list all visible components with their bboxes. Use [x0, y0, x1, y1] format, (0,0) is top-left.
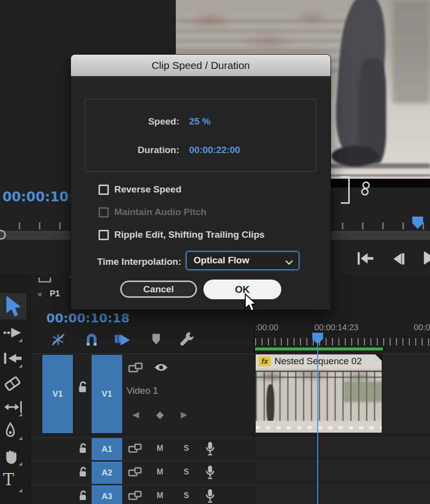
clip-extend-arrow-icon	[375, 354, 382, 361]
razor-tool[interactable]	[3, 374, 25, 394]
cancel-button[interactable]: Cancel	[120, 281, 197, 298]
ruler-label-start: :00:00	[255, 323, 278, 333]
sync-lock-toggle[interactable]	[128, 490, 143, 503]
time-interpolation-select[interactable]: Optical Flow	[186, 251, 299, 270]
timeline-ruler[interactable]	[255, 338, 430, 346]
sync-lock-icon	[128, 490, 142, 501]
track-lock-icon[interactable]	[78, 442, 93, 455]
mute-button[interactable]: M	[157, 468, 163, 476]
speed-value[interactable]: 25 %	[189, 116, 210, 127]
hand-tool[interactable]	[3, 447, 25, 467]
marker-icon	[151, 333, 162, 346]
play-button[interactable]	[422, 250, 430, 267]
track-target-a2[interactable]: A2	[92, 462, 122, 484]
speed-duration-group	[85, 99, 316, 172]
thumbnail-crosswalk	[256, 426, 382, 429]
unlocked-padlock-icon	[78, 442, 88, 455]
sync-lock-toggle[interactable]	[128, 443, 143, 456]
sync-lock-icon-fragment	[38, 278, 51, 281]
tool-flyout-corner	[19, 437, 22, 440]
track-target-a1[interactable]: A1	[92, 438, 122, 460]
play-icon	[422, 250, 430, 266]
mute-button[interactable]: M	[157, 444, 163, 453]
reverse-speed-label: Reverse Speed	[114, 184, 181, 195]
source-patch-v1[interactable]: V1	[42, 355, 73, 433]
duration-value[interactable]: 00:00:22:00	[189, 145, 240, 156]
duration-row: Duration: 00:00:22:00	[71, 145, 331, 157]
track-lock-icon[interactable]	[78, 466, 93, 479]
go-to-in-icon	[357, 250, 374, 267]
ruler-label-mid: 00:00:14:23	[314, 323, 359, 333]
tool-flyout-corner	[19, 413, 22, 416]
clip-nested-sequence[interactable]: fx Nested Sequence 02	[255, 354, 382, 433]
duration-label: Duration:	[138, 145, 179, 156]
track-target-v1[interactable]: V1	[92, 355, 122, 433]
timeline-playhead-line[interactable]	[317, 334, 318, 504]
step-back-icon	[390, 252, 407, 266]
tool-flyout-corner	[19, 364, 22, 368]
magnet-icon	[84, 332, 99, 347]
voiceover-record-button[interactable]	[205, 441, 220, 454]
timeline-settings-button[interactable]	[178, 331, 194, 346]
fx-badge[interactable]: fx	[259, 356, 271, 366]
step-back-button[interactable]	[390, 252, 408, 268]
add-keyframe-icon[interactable]: ◆	[156, 409, 164, 420]
sequence-tab[interactable]: P1	[50, 289, 60, 299]
snap-toggle-button[interactable]	[84, 332, 99, 347]
gang-bracket	[341, 176, 350, 204]
maintain-audio-pitch-checkbox	[99, 207, 109, 218]
solo-button[interactable]: S	[184, 444, 189, 453]
nest-source-toggle-button[interactable]	[50, 332, 66, 347]
track-lock-icon[interactable]	[77, 380, 92, 393]
mute-button[interactable]: M	[157, 491, 163, 500]
timeline-timecode[interactable]: 00:00:10:18	[46, 311, 130, 325]
unlocked-padlock-icon	[77, 380, 89, 394]
solo-button[interactable]: S	[184, 468, 189, 476]
add-marker-button[interactable]	[151, 333, 166, 347]
selection-tool-icon	[3, 295, 24, 317]
type-tool-icon: T	[3, 470, 14, 489]
track-a3-content-area	[255, 485, 430, 504]
razor-icon	[3, 374, 22, 393]
hand-icon	[3, 447, 20, 465]
selection-tool[interactable]	[3, 295, 25, 315]
slip-tool[interactable]	[3, 400, 25, 420]
ripple-edit-tool[interactable]	[3, 351, 25, 371]
track-target-a3[interactable]: A3	[92, 485, 122, 504]
speed-row: Speed: 25 %	[71, 116, 331, 128]
panel-close-icon[interactable]: ×	[37, 290, 42, 300]
eye-icon	[154, 362, 168, 373]
track-select-forward-tool[interactable]	[3, 326, 25, 346]
tool-palette: T	[0, 274, 31, 504]
previous-keyframe-icon[interactable]: ◀	[132, 410, 139, 420]
unlocked-padlock-icon	[78, 466, 88, 478]
linked-selection-icon	[114, 332, 132, 347]
voiceover-record-button[interactable]	[205, 489, 220, 502]
pen-tool[interactable]	[3, 422, 25, 441]
nested-sequence-icon	[50, 332, 66, 347]
thumbnail-figure	[266, 384, 274, 424]
sync-lock-icon	[128, 467, 142, 477]
time-interpolation-value: Optical Flow	[194, 255, 249, 266]
go-to-in-button[interactable]	[357, 250, 374, 267]
track-a1-row: A1 M S	[31, 437, 430, 460]
track-name-label[interactable]: Video 1	[127, 385, 158, 396]
voiceover-record-button[interactable]	[205, 465, 220, 478]
track-output-toggle[interactable]	[154, 362, 168, 375]
sync-lock-toggle[interactable]	[128, 362, 143, 375]
track-lock-icon[interactable]	[78, 490, 93, 503]
ripple-edit-checkbox[interactable]	[99, 230, 109, 240]
solo-button[interactable]: S	[184, 491, 189, 500]
track-a2-row: A2 M S	[31, 461, 430, 484]
sync-lock-toggle[interactable]	[128, 467, 143, 479]
dialog-title[interactable]: Clip Speed / Duration	[71, 55, 331, 76]
slip-icon	[3, 400, 23, 414]
sync-lock-icon	[128, 362, 143, 374]
speed-label: Speed:	[148, 116, 179, 127]
next-keyframe-icon[interactable]: ▶	[181, 410, 187, 420]
linked-selection-button[interactable]	[114, 332, 130, 347]
reverse-speed-checkbox[interactable]	[99, 185, 109, 195]
type-tool[interactable]: T	[3, 471, 25, 491]
track-select-forward-icon	[3, 326, 23, 340]
clip-thumbnail	[256, 369, 382, 433]
